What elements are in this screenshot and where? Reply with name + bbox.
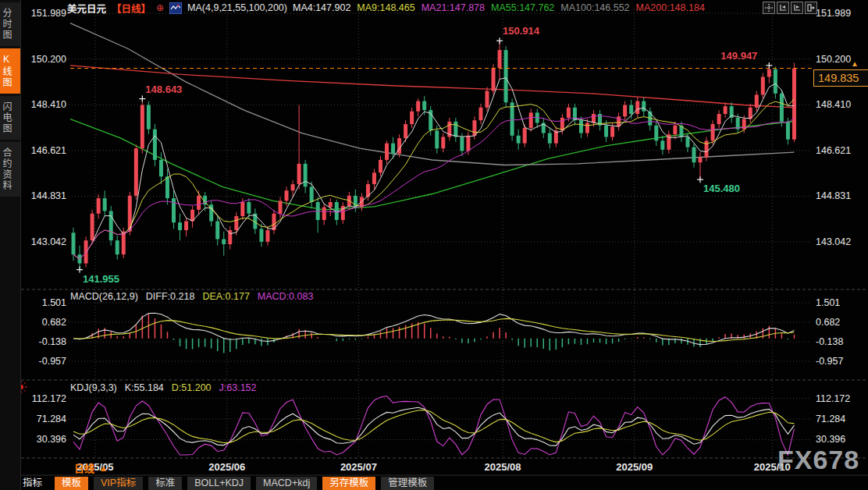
chart-toolbar-icons: [763, 2, 817, 14]
macd-axis-label: -0.138: [23, 336, 66, 348]
crosshair-icon[interactable]: [763, 2, 775, 14]
bottom-toolbar-button-5[interactable]: MACD+kdj: [256, 477, 317, 490]
chart-header: 美元日元 【日线】 ⊕ MA(4,9,21,55,100,200) MA4:14…: [67, 2, 711, 14]
price-annotation: 148.643: [145, 83, 182, 95]
ma-legend-item-1: MA9:148.465: [357, 2, 414, 13]
kdj-header: KDJ(9,3,3) K:55.184 D:51.200 J:63.152: [70, 382, 257, 393]
triangle-up-icon: ▲: [99, 463, 108, 473]
price-arrow-icon: ▲: [851, 59, 859, 68]
kdj-k-value: K:55.184: [125, 382, 164, 393]
symbol-title: 美元日元: [67, 1, 106, 16]
date-label: 2025/09: [616, 461, 653, 473]
macd-axis-label: -0.957: [23, 355, 66, 368]
macd-macd-value: MACD:0.083: [258, 291, 314, 302]
kdj-axis-label: 30.396: [23, 433, 66, 446]
price-axis-label: 146.621: [816, 144, 851, 157]
price-annotation: 150.914: [503, 25, 539, 37]
sidebar-tab-3[interactable]: 合约资料: [0, 142, 20, 197]
circle-plus-icon[interactable]: ⊕: [156, 3, 164, 12]
kdj-j-value: J:63.152: [219, 382, 257, 393]
ma-indicator-icon[interactable]: [169, 2, 182, 14]
price-annotation: 141.955: [83, 273, 119, 285]
price-axis-label: 148.410: [816, 98, 851, 111]
macd-axis-label: 1.501: [23, 296, 66, 309]
sidebar-tab-1[interactable]: K线图: [0, 48, 20, 94]
kdj-axis-label: 71.284: [23, 413, 66, 425]
price-axis-label: 150.200: [23, 53, 66, 66]
watermark: FX678: [777, 445, 859, 475]
ma-legend-item-3: MA55:147.762: [491, 2, 554, 13]
sidebar-tab-0[interactable]: 分时图: [0, 2, 20, 46]
price-axis-label: 143.042: [23, 236, 66, 248]
bottom-toolbar-button-3[interactable]: 标准: [148, 477, 182, 490]
ma-legend-item-0: MA4:147.902: [293, 2, 350, 13]
price-annotation: 145.480: [703, 183, 740, 194]
period-tag: 【日线】: [112, 1, 151, 16]
date-label: 2025/06: [208, 461, 245, 473]
last-price-tag: 149.835: [813, 69, 868, 87]
kdj-title: KDJ(9,3,3): [70, 382, 117, 393]
price-axis-label: 150.200: [816, 53, 851, 66]
macd-axis-label: 0.682: [816, 316, 840, 328]
macd-title: MACD(26,12,9): [70, 291, 138, 302]
price-axis-label: 151.989: [23, 7, 66, 20]
bottom-toolbar-button-1[interactable]: 模板: [55, 477, 88, 490]
price-axis-label: 151.989: [816, 7, 851, 20]
bottom-toolbar-button-4[interactable]: BOLL+KDJ: [187, 477, 251, 490]
ma-settings-label: MA(4,9,21,55,100,200): [187, 2, 287, 13]
price-axis-label: 148.410: [23, 98, 66, 111]
macd-header: MACD(26,12,9) DIFF:0.218 DEA:0.177 MACD:…: [70, 291, 313, 302]
macd-axis-label: 1.501: [816, 296, 840, 309]
macd-dea-value: DEA:0.177: [202, 291, 249, 302]
period-selector[interactable]: 日线 ▲: [74, 460, 108, 475]
date-label: 2025/07: [340, 461, 377, 473]
price-axis-label: 144.831: [23, 190, 66, 202]
bottom-toolbar-button-6[interactable]: 另存模板: [322, 477, 375, 490]
ma-legend: MA4:147.902MA9:148.465MA21:147.878MA55:1…: [293, 2, 711, 13]
macd-axis-label: -0.138: [816, 336, 843, 348]
ma-legend-item-4: MA100:146.552: [560, 2, 629, 13]
ma-legend-item-2: MA21:147.878: [422, 2, 485, 13]
kdj-axis-label: 112.172: [816, 392, 850, 405]
macd-diff-value: DIFF:0.218: [146, 291, 195, 302]
sidebar: 分时图K线图闪电图合约资料: [0, 0, 21, 490]
axis-pan-icon[interactable]: [791, 2, 803, 14]
macd-axis-label: 0.682: [23, 316, 66, 328]
price-axis-label: 143.042: [816, 236, 851, 248]
price-annotation: 149.947: [720, 50, 757, 62]
bottom-toolbar-button-0[interactable]: 指标: [16, 477, 49, 490]
bottom-toolbar-button-2[interactable]: VIP指标: [94, 477, 143, 490]
kdj-d-value: D:51.200: [172, 382, 212, 393]
axis-scale-icon[interactable]: [777, 2, 789, 14]
export-icon[interactable]: [805, 2, 817, 14]
price-axis-label: 146.621: [23, 144, 66, 157]
date-label: 2025/08: [485, 461, 521, 473]
trading-chart-app: 分时图K线图闪电图合约资料 美元日元 【日线】 ⊕ MA(4,9,21,55,1…: [0, 0, 868, 490]
chart-canvas[interactable]: [0, 0, 868, 490]
ma-legend-item-5: MA200:148.184: [636, 2, 705, 13]
price-axis-label: 144.831: [816, 190, 851, 202]
macd-axis-label: -0.957: [816, 355, 843, 368]
kdj-axis-label: 112.172: [23, 392, 66, 405]
bottom-toolbar-button-7[interactable]: 管理模板: [381, 477, 434, 490]
bottom-toolbar: 指标模板VIP指标标准BOLL+KDJMACD+kdj另存模板管理模板: [16, 476, 868, 490]
sidebar-tab-2[interactable]: 闪电图: [0, 96, 20, 140]
kdj-axis-label: 71.284: [816, 413, 845, 425]
